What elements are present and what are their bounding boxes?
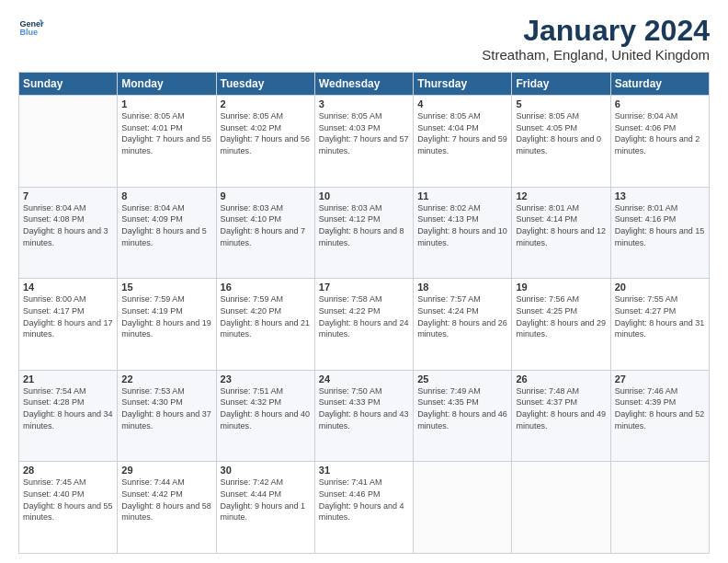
day-info: Sunrise: 7:45 AMSunset: 4:40 PMDaylight:… xyxy=(23,477,113,522)
day-info: Sunrise: 8:03 AMSunset: 4:12 PMDaylight:… xyxy=(319,203,404,247)
day-number: 16 xyxy=(221,282,311,293)
day-number: 18 xyxy=(417,282,507,293)
day-info: Sunrise: 7:48 AMSunset: 4:37 PMDaylight:… xyxy=(516,386,606,431)
table-row: 10 Sunrise: 8:03 AMSunset: 4:12 PMDaylig… xyxy=(314,187,413,279)
day-number: 29 xyxy=(121,465,211,476)
table-row: 18 Sunrise: 7:57 AMSunset: 4:24 PMDaylig… xyxy=(414,279,512,371)
table-row: 2 Sunrise: 8:05 AMSunset: 4:02 PMDayligh… xyxy=(216,96,314,188)
day-info: Sunrise: 7:44 AMSunset: 4:42 PMDaylight:… xyxy=(121,477,211,522)
day-number: 28 xyxy=(23,465,113,476)
day-number: 20 xyxy=(615,282,705,293)
day-number: 5 xyxy=(516,98,606,109)
day-number: 19 xyxy=(516,282,606,293)
day-number: 24 xyxy=(319,373,409,385)
table-row: 14 Sunrise: 8:00 AMSunset: 4:17 PMDaylig… xyxy=(19,279,118,371)
table-row: 29 Sunrise: 7:44 AMSunset: 4:42 PMDaylig… xyxy=(118,462,216,554)
table-row: 17 Sunrise: 7:58 AMSunset: 4:22 PMDaylig… xyxy=(314,279,413,371)
table-row: 20 Sunrise: 7:55 AMSunset: 4:27 PMDaylig… xyxy=(610,279,709,371)
day-info: Sunrise: 7:41 AMSunset: 4:46 PMDaylight:… xyxy=(319,477,404,522)
table-row: 25 Sunrise: 7:49 AMSunset: 4:35 PMDaylig… xyxy=(414,370,512,462)
table-row: 15 Sunrise: 7:59 AMSunset: 4:19 PMDaylig… xyxy=(118,279,216,371)
day-number: 8 xyxy=(121,190,211,201)
table-row xyxy=(610,462,709,554)
table-row: 11 Sunrise: 8:02 AMSunset: 4:13 PMDaylig… xyxy=(414,187,512,279)
col-monday: Monday xyxy=(118,73,216,96)
table-row: 16 Sunrise: 7:59 AMSunset: 4:20 PMDaylig… xyxy=(216,279,314,371)
table-row xyxy=(414,462,512,554)
table-row: 1 Sunrise: 8:05 AMSunset: 4:01 PMDayligh… xyxy=(118,96,216,188)
logo-icon: General Blue xyxy=(18,15,44,40)
day-number: 15 xyxy=(121,282,211,293)
table-row: 6 Sunrise: 8:04 AMSunset: 4:06 PMDayligh… xyxy=(610,96,709,188)
day-info: Sunrise: 7:49 AMSunset: 4:35 PMDaylight:… xyxy=(417,386,507,431)
svg-text:Blue: Blue xyxy=(19,28,38,37)
table-row: 27 Sunrise: 7:46 AMSunset: 4:39 PMDaylig… xyxy=(610,370,709,462)
table-row: 8 Sunrise: 8:04 AMSunset: 4:09 PMDayligh… xyxy=(118,187,216,279)
main-title: January 2024 xyxy=(482,15,710,47)
table-row: 3 Sunrise: 8:05 AMSunset: 4:03 PMDayligh… xyxy=(314,96,413,188)
day-number: 1 xyxy=(121,98,211,109)
day-info: Sunrise: 8:01 AMSunset: 4:14 PMDaylight:… xyxy=(516,203,606,247)
day-info: Sunrise: 7:56 AMSunset: 4:25 PMDaylight:… xyxy=(516,294,606,339)
day-info: Sunrise: 8:00 AMSunset: 4:17 PMDaylight:… xyxy=(23,294,113,339)
day-info: Sunrise: 7:50 AMSunset: 4:33 PMDaylight:… xyxy=(319,386,409,431)
subtitle: Streatham, England, United Kingdom xyxy=(482,47,710,63)
day-info: Sunrise: 7:55 AMSunset: 4:27 PMDaylight:… xyxy=(615,294,705,339)
col-tuesday: Tuesday xyxy=(216,73,314,96)
day-info: Sunrise: 7:58 AMSunset: 4:22 PMDaylight:… xyxy=(319,294,409,339)
table-row: 13 Sunrise: 8:01 AMSunset: 4:16 PMDaylig… xyxy=(610,187,709,279)
table-row: 22 Sunrise: 7:53 AMSunset: 4:30 PMDaylig… xyxy=(118,370,216,462)
calendar-header-row: Sunday Monday Tuesday Wednesday Thursday… xyxy=(19,73,710,96)
day-info: Sunrise: 8:02 AMSunset: 4:13 PMDaylight:… xyxy=(417,203,507,247)
day-info: Sunrise: 8:04 AMSunset: 4:06 PMDaylight:… xyxy=(615,111,700,155)
day-number: 11 xyxy=(417,190,507,201)
table-row: 31 Sunrise: 7:41 AMSunset: 4:46 PMDaylig… xyxy=(314,462,413,554)
day-number: 12 xyxy=(516,190,606,201)
col-wednesday: Wednesday xyxy=(314,73,413,96)
col-saturday: Saturday xyxy=(610,73,709,96)
table-row: 26 Sunrise: 7:48 AMSunset: 4:37 PMDaylig… xyxy=(512,370,610,462)
day-number: 10 xyxy=(319,190,409,201)
day-number: 4 xyxy=(417,98,507,109)
day-number: 31 xyxy=(319,465,409,476)
day-info: Sunrise: 8:04 AMSunset: 4:09 PMDaylight:… xyxy=(121,203,207,247)
day-info: Sunrise: 8:03 AMSunset: 4:10 PMDaylight:… xyxy=(221,203,306,247)
day-number: 27 xyxy=(615,373,705,385)
col-sunday: Sunday xyxy=(19,73,118,96)
day-number: 14 xyxy=(23,282,113,293)
day-number: 6 xyxy=(615,98,705,109)
day-info: Sunrise: 7:51 AMSunset: 4:32 PMDaylight:… xyxy=(221,386,311,431)
table-row: 7 Sunrise: 8:04 AMSunset: 4:08 PMDayligh… xyxy=(19,187,118,279)
day-info: Sunrise: 7:54 AMSunset: 4:28 PMDaylight:… xyxy=(23,386,113,431)
day-number: 30 xyxy=(221,465,311,476)
table-row xyxy=(512,462,610,554)
day-number: 22 xyxy=(121,373,211,385)
table-row: 28 Sunrise: 7:45 AMSunset: 4:40 PMDaylig… xyxy=(19,462,118,554)
day-info: Sunrise: 7:59 AMSunset: 4:20 PMDaylight:… xyxy=(221,294,311,339)
day-info: Sunrise: 8:01 AMSunset: 4:16 PMDaylight:… xyxy=(615,203,705,247)
calendar-table: Sunday Monday Tuesday Wednesday Thursday… xyxy=(18,72,710,554)
day-info: Sunrise: 8:05 AMSunset: 4:04 PMDaylight:… xyxy=(417,111,507,155)
day-number: 2 xyxy=(221,98,311,109)
day-number: 26 xyxy=(516,373,606,385)
page: General Blue January 2024 Streatham, Eng… xyxy=(0,0,728,563)
day-info: Sunrise: 8:05 AMSunset: 4:02 PMDaylight:… xyxy=(221,111,311,155)
day-number: 25 xyxy=(417,373,507,385)
day-info: Sunrise: 8:04 AMSunset: 4:08 PMDaylight:… xyxy=(23,203,108,247)
table-row: 12 Sunrise: 8:01 AMSunset: 4:14 PMDaylig… xyxy=(512,187,610,279)
col-thursday: Thursday xyxy=(414,73,512,96)
table-row: 21 Sunrise: 7:54 AMSunset: 4:28 PMDaylig… xyxy=(19,370,118,462)
day-info: Sunrise: 7:46 AMSunset: 4:39 PMDaylight:… xyxy=(615,386,705,431)
table-row: 30 Sunrise: 7:42 AMSunset: 4:44 PMDaylig… xyxy=(216,462,314,554)
day-info: Sunrise: 7:57 AMSunset: 4:24 PMDaylight:… xyxy=(417,294,507,339)
table-row xyxy=(19,96,118,188)
day-number: 23 xyxy=(221,373,311,385)
header: General Blue January 2024 Streatham, Eng… xyxy=(18,15,710,63)
logo: General Blue xyxy=(18,15,44,40)
col-friday: Friday xyxy=(512,73,610,96)
day-number: 7 xyxy=(23,190,113,201)
table-row: 5 Sunrise: 8:05 AMSunset: 4:05 PMDayligh… xyxy=(512,96,610,188)
day-number: 13 xyxy=(615,190,705,201)
day-info: Sunrise: 7:59 AMSunset: 4:19 PMDaylight:… xyxy=(121,294,211,339)
day-number: 17 xyxy=(319,282,409,293)
